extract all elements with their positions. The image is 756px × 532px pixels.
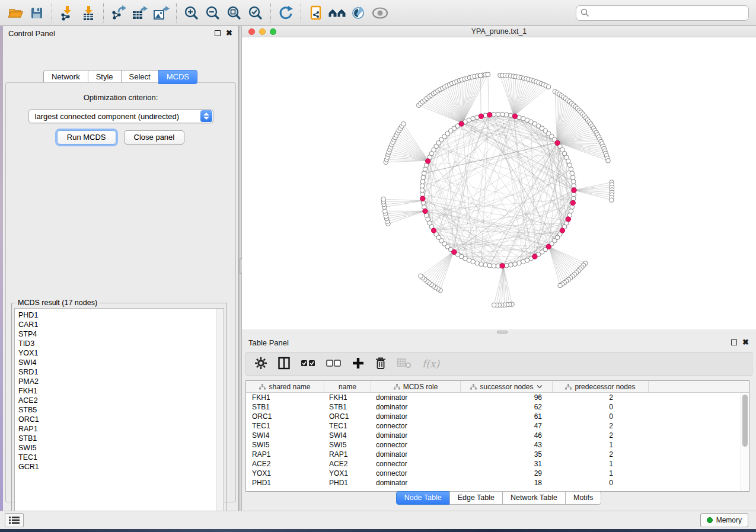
toolbar-separator — [52, 4, 52, 23]
mcds-result-item[interactable]: GCR1 — [18, 462, 224, 472]
cell-name: SWI5 — [324, 441, 371, 449]
column-header-shared-name[interactable]: shared name — [246, 381, 324, 392]
add-button[interactable] — [352, 357, 365, 371]
import-table-button[interactable] — [78, 3, 99, 23]
mcds-result-item[interactable]: ACE2 — [18, 396, 224, 405]
tab-edge-table[interactable]: Edge Table — [449, 491, 503, 505]
mcds-result-item[interactable]: TEC1 — [18, 453, 224, 462]
column-header-label: shared name — [269, 383, 310, 391]
table-row[interactable]: ACE2ACE2connector311 — [246, 459, 749, 469]
show-columns-button[interactable] — [277, 357, 291, 371]
table-row[interactable]: FKH1FKH1dominator962 — [246, 393, 749, 402]
column-header-predecessor-nodes[interactable]: predecessor nodes — [553, 381, 649, 392]
tab-network-table[interactable]: Network Table — [502, 491, 566, 505]
column-header-label: MCDS role — [403, 383, 438, 391]
mcds-result-item[interactable]: PMA2 — [18, 377, 224, 386]
close-panel-icon[interactable]: ✖ — [226, 28, 232, 37]
optimization-criterion-select[interactable]: largest connected component (undirected) — [28, 109, 213, 123]
mcds-result-item[interactable]: FKH1 — [18, 386, 224, 396]
mcds-result-item[interactable]: YOX1 — [18, 348, 224, 358]
mcds-result-item[interactable]: RAP1 — [18, 424, 224, 434]
scrollbar-thumb[interactable] — [742, 395, 748, 447]
table-scrollbar[interactable] — [741, 393, 749, 491]
import-network-button[interactable] — [56, 3, 78, 23]
mcds-result-item[interactable]: ORC1 — [18, 415, 224, 424]
mcds-result-item[interactable]: PHD1 — [18, 310, 224, 320]
tab-node-table[interactable]: Node Table — [396, 491, 450, 505]
export-network-button[interactable] — [108, 3, 129, 23]
horizontal-splitter[interactable] — [242, 329, 756, 335]
vizmapper-button[interactable] — [348, 3, 369, 23]
cell-predecessor-nodes: 2 — [553, 450, 649, 459]
network-canvas[interactable] — [242, 37, 756, 329]
zoom-out-button[interactable] — [202, 3, 224, 23]
table-toolbar: f(x) — [245, 352, 752, 376]
float-panel-icon[interactable] — [731, 339, 737, 345]
mcds-result-item[interactable]: SWI4 — [18, 358, 224, 367]
table-row[interactable]: YOX1YOX1connector291 — [246, 469, 749, 478]
tab-mcds[interactable]: MCDS — [158, 70, 197, 84]
splitter-grip[interactable] — [497, 331, 508, 334]
column-header-name[interactable]: name — [324, 381, 371, 392]
cell-successor-nodes: 31 — [461, 460, 553, 468]
refresh-button[interactable] — [275, 3, 296, 23]
export-image-button[interactable] — [151, 3, 172, 23]
mcds-result-item[interactable]: SRD1 — [18, 367, 224, 377]
table-row[interactable]: ORC1ORC1dominator610 — [246, 412, 749, 421]
cell-MCDS-role: dominator — [371, 393, 461, 402]
column-header-successor-nodes[interactable]: successor nodes — [461, 381, 553, 392]
float-panel-icon[interactable] — [215, 30, 221, 36]
close-panel-icon[interactable]: ✖ — [742, 338, 749, 347]
task-history-button[interactable] — [5, 513, 24, 527]
save-session-button[interactable] — [26, 3, 47, 23]
zoom-in-button[interactable] — [181, 3, 202, 23]
first-neighbors-icon — [328, 6, 347, 20]
mcds-result-item[interactable]: STB5 — [18, 405, 224, 415]
cell-predecessor-nodes: 2 — [553, 422, 649, 430]
mcds-list-scrollbar[interactable] — [216, 309, 224, 520]
refresh-icon — [278, 5, 294, 21]
mcds-result-item[interactable]: STP4 — [18, 329, 224, 339]
table-row[interactable]: RAP1RAP1dominator352 — [246, 450, 749, 459]
run-mcds-button[interactable]: Run MCDS — [57, 130, 116, 145]
cell-name: PHD1 — [324, 479, 371, 487]
table-row[interactable]: TEC1TEC1connector472 — [246, 421, 749, 431]
first-neighbors-button[interactable] — [327, 3, 348, 23]
table-row[interactable]: SWI5SWI5connector431 — [246, 440, 749, 450]
control-panel-titlebar: Control Panel ✖ — [3, 26, 238, 40]
memory-button[interactable]: Memory — [700, 513, 748, 527]
search-input[interactable] — [592, 8, 744, 18]
mcds-result-item[interactable]: CAR1 — [18, 320, 224, 329]
cell-successor-nodes: 61 — [461, 412, 553, 421]
deselect-all-button[interactable] — [326, 358, 342, 370]
column-header-MCDS-role[interactable]: MCDS role — [371, 381, 461, 392]
search-box[interactable] — [576, 5, 749, 21]
tab-motifs[interactable]: Motifs — [565, 491, 601, 505]
cell-predecessor-nodes: 0 — [553, 479, 649, 487]
table-row[interactable]: SWI4SWI4dominator462 — [246, 431, 749, 440]
mcds-result-item[interactable]: SWI5 — [18, 443, 224, 453]
cell-MCDS-role: dominator — [371, 431, 461, 440]
delete-button[interactable] — [375, 357, 387, 371]
zoom-selected-button[interactable] — [245, 3, 266, 23]
select-all-button[interactable] — [301, 358, 316, 370]
cell-successor-nodes: 62 — [461, 403, 553, 411]
new-network-from-selection-button[interactable] — [305, 3, 327, 23]
open-session-button[interactable] — [5, 3, 26, 23]
close-panel-button[interactable]: Close panel — [124, 130, 185, 145]
table-settings-button[interactable] — [254, 357, 267, 371]
mcds-result-list[interactable]: PHD1CAR1STP4TID3YOX1SWI4SRD1PMA2FKH1ACE2… — [14, 308, 224, 521]
search-icon — [580, 8, 589, 17]
mcds-result-item[interactable]: STB1 — [18, 434, 224, 443]
gear-icon — [254, 357, 267, 370]
zoom-fit-button[interactable] — [224, 3, 245, 23]
table-row[interactable]: STB1STB1dominator620 — [246, 402, 749, 412]
export-table-button[interactable] — [129, 3, 151, 23]
add-icon — [352, 357, 365, 370]
cell-MCDS-role: connector — [371, 460, 461, 468]
graphics-details-button[interactable] — [369, 3, 391, 23]
node-table[interactable]: shared namenameMCDS rolesuccessor nodesp… — [245, 380, 749, 492]
mcds-result-item[interactable]: TID3 — [18, 339, 224, 348]
table-row[interactable]: PHD1PHD1dominator180 — [246, 478, 749, 488]
cell-shared-name: SWI5 — [246, 441, 324, 449]
